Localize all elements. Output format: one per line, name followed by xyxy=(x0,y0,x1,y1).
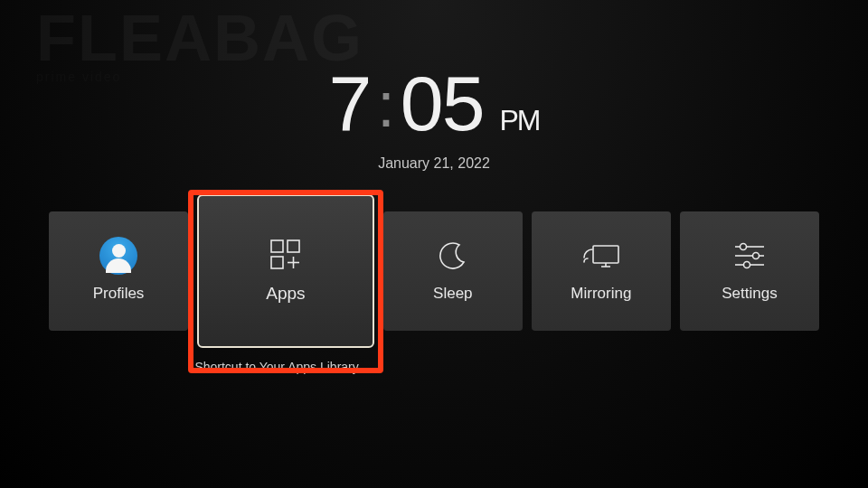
moon-icon xyxy=(438,239,468,272)
clock-colon: : xyxy=(377,69,392,141)
tile-apps[interactable]: Apps xyxy=(197,194,374,348)
tile-row: Profiles Apps Sleep xyxy=(49,211,819,348)
mirroring-icon xyxy=(582,239,620,272)
clock-ampm: PM xyxy=(499,104,539,137)
sliders-icon xyxy=(731,239,768,272)
clock-date: January 21, 2022 xyxy=(0,155,868,172)
profile-icon xyxy=(99,239,137,272)
clock-minutes: 05 xyxy=(401,59,484,148)
background-provider: prime video xyxy=(36,71,363,83)
svg-rect-1 xyxy=(288,240,299,252)
focus-hint: Shortcut to Your Apps Library. xyxy=(176,360,380,374)
tile-profiles[interactable]: Profiles xyxy=(49,211,188,331)
svg-rect-5 xyxy=(593,246,618,263)
tile-label-apps: Apps xyxy=(266,284,305,304)
svg-point-13 xyxy=(743,262,750,268)
svg-point-9 xyxy=(740,244,746,250)
background-title: FLEABAG xyxy=(36,9,363,68)
apps-icon xyxy=(266,239,306,271)
tile-label-settings: Settings xyxy=(722,285,777,303)
background-artwork: FLEABAG prime video xyxy=(36,9,363,82)
tile-label-profiles: Profiles xyxy=(93,285,145,303)
tile-settings[interactable]: Settings xyxy=(680,211,819,331)
tile-mirroring[interactable]: Mirroring xyxy=(532,211,671,331)
tile-sleep[interactable]: Sleep xyxy=(383,211,523,331)
svg-point-11 xyxy=(752,253,759,259)
svg-rect-0 xyxy=(271,240,283,252)
svg-rect-2 xyxy=(271,257,283,268)
tile-label-sleep: Sleep xyxy=(433,285,472,303)
tile-label-mirroring: Mirroring xyxy=(571,285,631,303)
